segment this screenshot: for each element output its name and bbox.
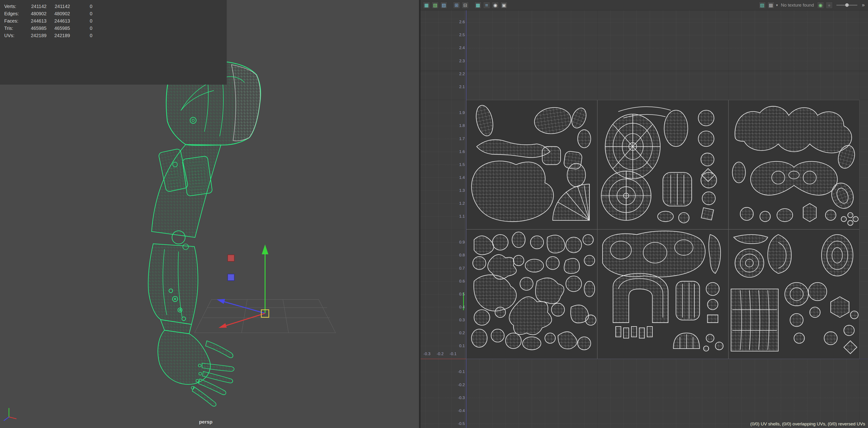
gizmo-y-arrowhead[interactable]	[262, 244, 268, 254]
shell-selection-icon[interactable]: ▩	[474, 2, 482, 9]
move-manipulator[interactable]	[217, 244, 269, 328]
hud-label: Verts:	[4, 4, 27, 9]
robot-arm-wireframe[interactable]	[148, 61, 261, 406]
hud-selected: 480902	[46, 11, 70, 17]
v-axis-label: 1.1	[454, 214, 465, 219]
hud-other: 0	[70, 33, 92, 38]
hud-other: 0	[70, 11, 92, 17]
view-axis-indicator	[4, 408, 17, 421]
hud-total: 241142	[27, 4, 46, 9]
hud-other: 0	[70, 26, 92, 31]
v-axis-label: 1.3	[454, 188, 465, 193]
toolbar-overflow-icon[interactable]: »	[861, 2, 866, 8]
uv-shell-group-1011	[472, 104, 591, 222]
uv-shells-layer: .sh{fill:url(#mw);stroke:#e6e6e6;stroke-…	[466, 100, 860, 359]
v-axis-label: 2.2	[454, 72, 465, 77]
v-axis-label: 0.2	[454, 331, 465, 335]
u-axis-label: -0.3	[424, 351, 430, 356]
uv-lattice-icon[interactable]: ▦	[423, 2, 430, 9]
hud-total: 465985	[27, 26, 46, 31]
magnet-snap-icon[interactable]: ⌗	[483, 2, 490, 9]
v-axis-label: 0.9	[454, 240, 465, 245]
hud-label: UVs:	[4, 33, 27, 38]
uv-u-axis-line-negative	[421, 359, 466, 359]
u-axis-label: -0.1	[450, 351, 456, 356]
hud-total: 480902	[27, 11, 46, 17]
v-axis-label: 0.4	[454, 305, 465, 310]
panel-divider[interactable]	[419, 0, 421, 428]
texture-image-icon[interactable]: ▨	[759, 2, 766, 9]
uv-toolbar-right-group: ▨ ▩ ▾ No texture found ◉ ● »	[759, 2, 866, 9]
v-axis-label: 1.4	[454, 175, 465, 180]
uv-shell-group-1001	[471, 232, 596, 350]
v-axis-label: 0.1	[454, 344, 465, 348]
upper-arm-plate	[182, 156, 212, 196]
v-axis-label: 1.6	[454, 150, 465, 154]
uv-distortion-icon[interactable]: ▧	[432, 2, 439, 9]
poly-count-hud: Verts: 241142 241142 0 Edges: 480902 480…	[0, 0, 227, 85]
uv-shell-group-1003	[731, 235, 858, 354]
checker-map-icon[interactable]: ▣	[500, 2, 507, 9]
texture-borders-icon[interactable]: ▨	[440, 2, 447, 9]
hud-selected: 241142	[46, 4, 70, 9]
checker-display-icon[interactable]: ▩	[768, 2, 774, 9]
hud-label: Edges:	[4, 11, 27, 17]
v-axis-label: 0.6	[454, 279, 465, 284]
paint-texture-icon[interactable]: ◉	[817, 2, 824, 9]
hud-selected: 242189	[46, 33, 70, 38]
texture-dim-slider-handle[interactable]	[845, 3, 849, 7]
hud-selected: 244613	[46, 18, 70, 24]
v-axis-label: 1.9	[454, 111, 465, 115]
v-axis-label: 0.8	[454, 253, 465, 257]
v-axis-label: -0.2	[454, 383, 465, 387]
hud-label: Faces:	[4, 18, 27, 24]
hud-row-verts: Verts: 241142 241142 0	[4, 3, 227, 10]
v-axis-label: 1.7	[454, 136, 465, 141]
v-axis-label: -0.5	[454, 421, 465, 426]
uv-canvas[interactable]: .sh{fill:url(#mw);stroke:#e6e6e6;stroke-…	[421, 10, 868, 428]
v-axis-label: 1.2	[454, 201, 465, 206]
v-axis-label: 1.8	[454, 123, 465, 128]
uv-shell-group-1013	[733, 106, 858, 225]
hud-other: 0	[70, 4, 92, 9]
hud-other: 0	[70, 18, 92, 24]
uv-shell-group-1002	[602, 231, 723, 351]
camera-name-label: persp	[199, 419, 212, 425]
gizmo-z-arrowhead[interactable]	[217, 299, 225, 304]
hud-row-tris: Tris: 465985 465985 0	[4, 25, 227, 32]
v-axis-label: 2.6	[454, 20, 465, 25]
material-sphere-icon[interactable]: ●	[826, 2, 833, 9]
u-axis-label: -0.2	[437, 351, 443, 356]
v-axis-label: 0.7	[454, 266, 465, 271]
texture-dim-slider[interactable]	[836, 5, 858, 6]
grid-snap-icon[interactable]: ⊞	[453, 2, 460, 9]
hud-row-edges: Edges: 480902 480902 0	[4, 10, 227, 18]
gizmo-plane-handle-x[interactable]	[228, 255, 234, 262]
v-axis-label: 2.4	[454, 45, 465, 50]
v-axis-label: 2.5	[454, 33, 465, 37]
hud-row-uvs: UVs: 242189 242189 0	[4, 32, 227, 39]
forearm	[148, 244, 198, 324]
gizmo-x-axis[interactable]	[225, 313, 265, 326]
v-axis-label: 2.1	[454, 85, 465, 89]
hud-selected: 465985	[46, 26, 70, 31]
gizmo-plane-handle-z[interactable]	[228, 274, 234, 281]
v-axis-label: 0.3	[454, 318, 465, 323]
uv-shell-status: (0/0) UV shells, (0/0) overlapping UVs, …	[750, 421, 865, 427]
gizmo-x-arrowhead[interactable]	[219, 323, 227, 328]
perspective-viewport[interactable]: Verts: 241142 241142 0 Edges: 480902 480…	[0, 0, 420, 428]
shaded-uv-icon[interactable]: ◉	[492, 2, 499, 9]
v-axis-label: 2.3	[454, 59, 465, 63]
v-axis-label: 0.5	[454, 292, 465, 297]
v-axis-label: -0.3	[454, 396, 465, 400]
v-axis-label: -0.4	[454, 408, 465, 413]
shoulder-grey-panel	[231, 65, 260, 141]
uv-editor-panel: ▦ ▧ ▨ ⊞ ⊟ ▩ ⌗ ◉ ▣ ▨ ▩ ▾ No texture found…	[421, 0, 868, 428]
maya-window: Verts: 241142 241142 0 Edges: 480902 480…	[0, 0, 868, 428]
hud-label: Tris:	[4, 26, 27, 31]
uv-shell-group-1012	[601, 107, 717, 223]
gizmo-z-axis[interactable]	[223, 301, 265, 313]
pixel-snap-icon[interactable]: ⊟	[462, 2, 469, 9]
texture-status-label[interactable]: No texture found	[781, 3, 814, 8]
texture-dropdown-caret-icon[interactable]: ▾	[776, 3, 778, 7]
